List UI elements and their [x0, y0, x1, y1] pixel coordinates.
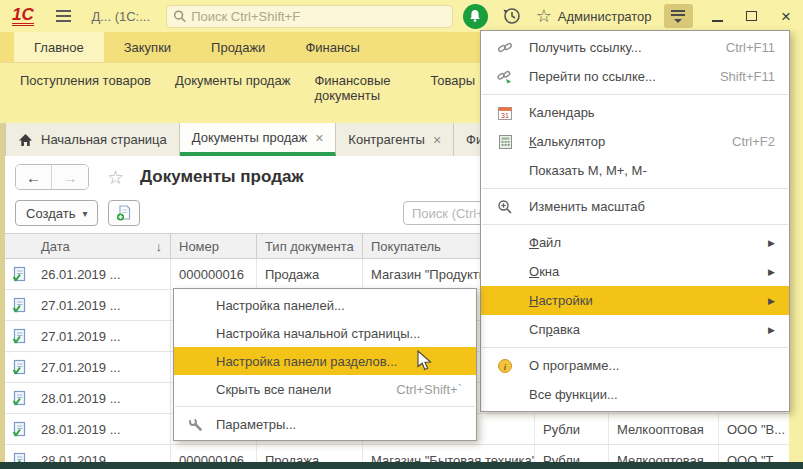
close-icon: ×: [781, 8, 791, 25]
menu-item-nastroyka-nachalnoy-stranitsy[interactable]: Настройка начальной страницы...: [174, 319, 476, 347]
document-posted-icon: [11, 421, 28, 438]
tab-close-icon[interactable]: ×: [433, 132, 441, 148]
create-button[interactable]: Создать ▾: [15, 200, 98, 226]
menu-item-vse-funktsii[interactable]: Все функции...: [481, 380, 789, 409]
menu-item-label: Скрыть все панели: [216, 382, 372, 397]
document-posted-icon: [11, 328, 28, 345]
bell-icon: [468, 9, 482, 23]
submenu-arrow-icon: ▶: [768, 238, 775, 248]
cell-price-type: Мелкооптовая: [609, 445, 719, 462]
section-tab-finansy[interactable]: Финансы: [285, 32, 380, 62]
window-title: Д... (1С:...: [91, 9, 150, 24]
submenu-arrow-icon: ▶: [768, 267, 775, 277]
menu-item-okna[interactable]: Окна ▶: [481, 257, 789, 286]
minimize-button[interactable]: [701, 3, 735, 29]
menu-item-shortcut: Ctrl+F11: [726, 40, 775, 55]
main-menu-button[interactable]: [664, 4, 693, 28]
current-user-label[interactable]: Администратор: [558, 9, 652, 24]
caret-down-icon: [674, 19, 682, 23]
document-posted-icon: [11, 452, 28, 463]
global-search-box[interactable]: [166, 5, 453, 28]
menu-item-label: Настройка начальной страницы...: [216, 326, 462, 341]
cell-doctype: Продажа: [257, 259, 363, 289]
menu-item-label: Параметры...: [216, 417, 462, 432]
close-button[interactable]: ×: [769, 3, 803, 29]
menu-item-label: Изменить масштаб: [529, 199, 775, 214]
menu-item-nastroyka-paneley[interactable]: Настройка панелей...: [174, 291, 476, 319]
menu-item-fayl[interactable]: Файл ▶: [481, 228, 789, 257]
hamburger-menu-icon[interactable]: [56, 10, 72, 22]
menu-item-kalkulyator[interactable]: Калькулятор Ctrl+F2: [481, 127, 789, 156]
menu-separator: [482, 347, 788, 348]
command-dokumenty-prodazh[interactable]: Документы продаж: [175, 73, 290, 123]
document-posted-icon: [11, 390, 28, 407]
command-postupleniya[interactable]: Поступления товаров: [20, 73, 151, 123]
menu-item-skryt-vse-paneli[interactable]: Скрыть все панели Ctrl+Shift+`: [174, 375, 476, 403]
section-tab-zakupki[interactable]: Закупки: [104, 32, 191, 62]
minimize-icon: [712, 20, 723, 22]
copy-document-icon: [115, 204, 133, 222]
menu-item-o-programme[interactable]: i О программе...: [481, 351, 789, 380]
column-doctype[interactable]: Тип документа: [257, 234, 363, 258]
create-button-label: Создать: [26, 206, 75, 221]
favorite-star-icon[interactable]: ☆: [107, 166, 124, 189]
cell-doctype: Продажа: [257, 445, 363, 462]
menu-item-shortcut: Shift+F11: [720, 69, 775, 84]
cell-number: 000000016: [171, 259, 257, 289]
menu-item-poluchit-ssylku[interactable]: Получить ссылку... Ctrl+F11: [481, 33, 789, 62]
notifications-bell-icon[interactable]: [463, 4, 488, 29]
menu-item-label: Настройка панелей...: [216, 298, 462, 313]
cell-date: 28.01.2019 ...: [33, 445, 171, 462]
menu-item-label: Получить ссылку...: [529, 40, 702, 55]
menu-item-spravka[interactable]: Справка ▶: [481, 315, 789, 344]
tab-home[interactable]: Начальная страница: [5, 123, 180, 156]
cell-buyer: Магазин "Бытовая техника": [363, 445, 535, 462]
cell-organization: ООО "Т...: [719, 445, 789, 462]
cell-date: 28.01.2019 ...: [33, 383, 171, 413]
history-icon[interactable]: [502, 6, 522, 26]
cell-number: 000000106: [171, 445, 257, 462]
menu-item-pokazat-m[interactable]: Показать М, М+, М-: [481, 156, 789, 185]
favorites-star-icon[interactable]: ☆: [536, 5, 552, 27]
command-tovary[interactable]: Товары: [430, 73, 475, 123]
forward-button[interactable]: →: [52, 165, 88, 189]
cell-date: 27.01.2019 ...: [33, 290, 171, 320]
tab-dokumenty-prodazh[interactable]: Документы продаж ×: [180, 123, 337, 156]
menu-item-pereyti-po-ssylke[interactable]: Перейти по ссылке... Shift+F11: [481, 62, 789, 91]
section-tab-glavnoe[interactable]: Главное: [14, 32, 104, 62]
menu-item-nastroyki[interactable]: Настройки ▶: [481, 286, 789, 315]
mouse-cursor: [416, 350, 436, 372]
cell-currency: Рубли: [535, 414, 609, 444]
create-by-copy-button[interactable]: [108, 200, 140, 226]
cell-date: 27.01.2019 ...: [33, 352, 171, 382]
tab-label: Контрагенты: [348, 132, 425, 147]
document-posted-icon: [11, 359, 28, 376]
menu-item-parametry[interactable]: Параметры...: [174, 410, 476, 438]
global-search-input[interactable]: [191, 9, 445, 24]
column-date[interactable]: Дата: [41, 239, 70, 254]
back-button[interactable]: ←: [16, 165, 52, 189]
menu-separator: [175, 406, 475, 407]
menu-item-label: Калькулятор: [529, 134, 708, 149]
column-number[interactable]: Номер: [171, 234, 257, 258]
menu-item-kalendar[interactable]: 31 Календарь: [481, 98, 789, 127]
menu-separator: [482, 188, 788, 189]
titlebar: 1С Д... (1С:... ☆ Администратор ×: [0, 0, 803, 32]
window-right-border: [789, 30, 803, 462]
menu-item-label: О программе...: [529, 358, 775, 373]
cell-price-type: Мелкооптовая: [609, 414, 719, 444]
info-icon: i: [497, 358, 513, 374]
tab-kontragenty[interactable]: Контрагенты ×: [336, 123, 454, 156]
cell-date: 26.01.2019 ...: [33, 259, 171, 289]
command-finansovye-dokumenty[interactable]: Финансовые документы: [314, 73, 406, 123]
table-row[interactable]: 28.01.2019 ... 000000106 Продажа Магазин…: [5, 445, 789, 462]
caret-down-icon: ▾: [82, 208, 87, 219]
menu-item-izmenit-masshtab[interactable]: Изменить масштаб: [481, 192, 789, 221]
maximize-icon: [746, 11, 757, 21]
goto-link-icon: [497, 69, 513, 85]
section-tab-prodazhi[interactable]: Продажи: [191, 32, 285, 62]
navigation-row: ← → ☆ Документы продаж: [15, 164, 303, 190]
calculator-icon: [498, 134, 513, 150]
maximize-button[interactable]: [735, 3, 769, 29]
tab-close-icon[interactable]: ×: [315, 130, 323, 146]
